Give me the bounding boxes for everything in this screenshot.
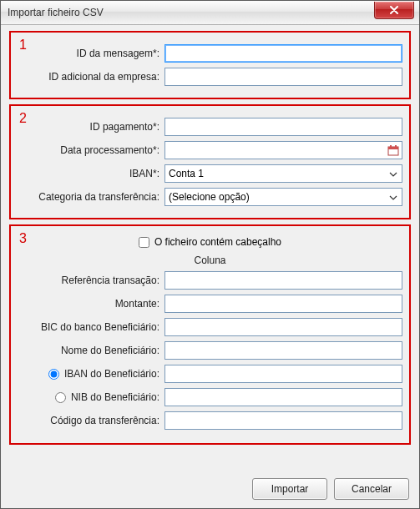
group-3-number: 3 bbox=[19, 231, 27, 246]
cancel-button[interactable]: Cancelar bbox=[334, 478, 409, 500]
beneficiary-nib-radio[interactable] bbox=[55, 392, 66, 403]
transaction-ref-input[interactable] bbox=[164, 271, 402, 290]
svg-rect-2 bbox=[390, 145, 392, 148]
chevron-down-icon bbox=[387, 168, 400, 179]
transfer-category-label: Categoria da transferência: bbox=[18, 191, 164, 203]
group-1: 1 ID da mensagem*: ID adicional da empre… bbox=[9, 31, 411, 99]
iban-label: IBAN*: bbox=[18, 168, 164, 179]
transfer-code-input[interactable] bbox=[164, 411, 402, 430]
chevron-down-icon bbox=[387, 191, 400, 203]
file-has-header-label[interactable]: O ficheiro contém cabeçalho bbox=[154, 236, 281, 248]
beneficiary-nib-input[interactable] bbox=[164, 388, 402, 406]
beneficiary-iban-radio[interactable] bbox=[48, 369, 59, 380]
processing-date-input[interactable] bbox=[164, 141, 402, 159]
column-header-label: Coluna bbox=[18, 254, 402, 266]
company-id-input[interactable] bbox=[164, 68, 402, 86]
group-2: 2 ID pagamento*: Data processamento*: bbox=[9, 104, 411, 219]
dialog-window: Importar ficheiro CSV 1 ID da mensagem*:… bbox=[0, 0, 420, 509]
iban-value: Conta 1 bbox=[169, 168, 387, 179]
transfer-category-combobox[interactable]: (Selecione opção) bbox=[164, 188, 402, 206]
calendar-icon[interactable] bbox=[387, 144, 399, 156]
svg-rect-1 bbox=[388, 147, 398, 149]
close-button[interactable] bbox=[374, 2, 414, 19]
payment-id-input[interactable] bbox=[164, 118, 402, 136]
beneficiary-bic-label: BIC do banco Beneficiário: bbox=[18, 321, 164, 333]
company-id-label: ID adicional da empresa: bbox=[18, 71, 164, 83]
group-1-number: 1 bbox=[19, 38, 27, 53]
beneficiary-nib-label: NIB do Beneficiário: bbox=[71, 391, 159, 403]
svg-rect-3 bbox=[395, 145, 397, 148]
beneficiary-bic-input[interactable] bbox=[164, 318, 402, 336]
amount-input[interactable] bbox=[164, 295, 402, 313]
payment-id-label: ID pagamento*: bbox=[18, 121, 164, 133]
iban-combobox[interactable]: Conta 1 bbox=[164, 164, 402, 183]
beneficiary-name-input[interactable] bbox=[164, 341, 402, 360]
group-3: 3 O ficheiro contém cabeçalho Coluna Ref… bbox=[9, 224, 411, 445]
window-title: Importar ficheiro CSV bbox=[8, 7, 374, 18]
titlebar: Importar ficheiro CSV bbox=[1, 1, 419, 25]
message-id-label: ID da mensagem*: bbox=[18, 48, 164, 59]
group-2-number: 2 bbox=[19, 111, 27, 126]
beneficiary-iban-label: IBAN do Beneficiário: bbox=[64, 368, 159, 380]
dialog-footer: Importar Cancelar bbox=[252, 478, 409, 500]
amount-label: Montante: bbox=[18, 298, 164, 310]
beneficiary-name-label: Nome do Beneficiário: bbox=[18, 345, 164, 356]
transfer-category-value: (Selecione opção) bbox=[169, 191, 387, 203]
transaction-ref-label: Referência transação: bbox=[18, 275, 164, 286]
transfer-code-label: Código da transferência: bbox=[18, 415, 164, 426]
close-icon bbox=[389, 6, 399, 14]
dialog-body: 1 ID da mensagem*: ID adicional da empre… bbox=[1, 24, 419, 508]
processing-date-label: Data processamento*: bbox=[18, 144, 164, 156]
import-button[interactable]: Importar bbox=[252, 478, 327, 500]
message-id-input[interactable] bbox=[164, 44, 402, 63]
file-has-header-checkbox[interactable] bbox=[139, 237, 149, 248]
beneficiary-iban-input[interactable] bbox=[164, 365, 402, 383]
